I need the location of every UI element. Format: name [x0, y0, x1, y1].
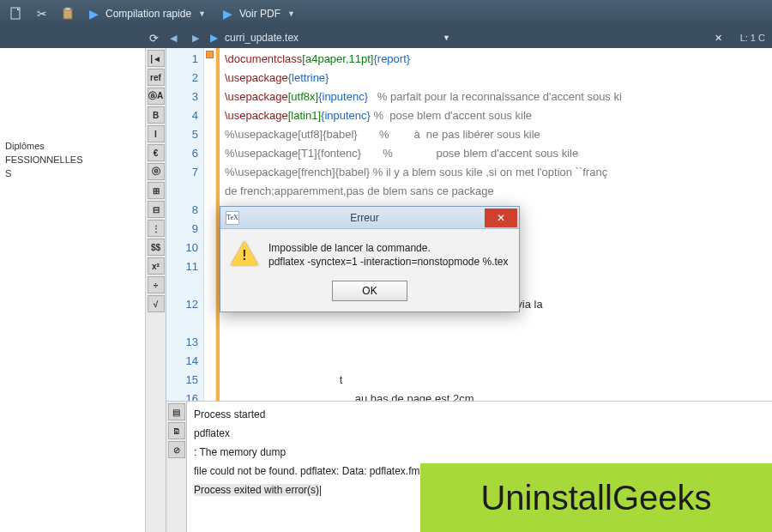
palette-button[interactable]: ⋮ [148, 220, 165, 237]
palette-button[interactable]: I [148, 125, 165, 142]
errors-icon[interactable]: ⊘ [168, 441, 185, 458]
run-icon: ▶ [89, 7, 99, 21]
active-tab-filename[interactable]: curri_update.tex [225, 32, 299, 44]
palette-button[interactable]: ⓐA [148, 88, 165, 105]
log-icon[interactable]: 🗎 [168, 422, 185, 439]
palette-button[interactable]: √ [148, 295, 165, 312]
paste-icon[interactable] [57, 3, 79, 24]
error-dialog: TeX Erreur ✕ ! Impossible de lancer la c… [220, 206, 520, 312]
palette-button[interactable]: € [148, 144, 165, 161]
tab-close-icon[interactable]: ✕ [711, 30, 727, 45]
messages-icon[interactable]: ▤ [168, 403, 185, 420]
cursor-position: L: 1 C [740, 33, 765, 43]
view-pdf-label: Voir PDF [239, 8, 280, 20]
dialog-body: ! Impossible de lancer la commande. pdfl… [220, 229, 519, 274]
palette-button[interactable]: ⓔ [148, 163, 165, 180]
chevron-down-icon: ▼ [198, 9, 206, 18]
nav-back-icon[interactable]: ◀ [166, 33, 181, 44]
dialog-message-line: pdflatex -synctex=1 -interaction=nonstop… [268, 255, 509, 269]
chevron-down-icon: ▼ [287, 9, 295, 18]
svg-rect-2 [65, 8, 70, 10]
palette-button[interactable]: x² [148, 257, 165, 275]
dialog-message-line: Impossible de lancer la commande. [268, 241, 509, 255]
palette-button[interactable]: ⊟ [148, 201, 165, 218]
bookmark-icon[interactable] [206, 51, 214, 58]
new-file-icon[interactable] [5, 3, 27, 24]
document-tabbar: ⟳ ◀ ▶ ▶ curri_update.tex ▼ ✕ L: 1 C [0, 27, 772, 48]
palette-button[interactable]: B [148, 106, 165, 124]
dialog-titlebar[interactable]: TeX Erreur ✕ [220, 207, 519, 229]
nav-forward-icon[interactable]: ▶ [188, 33, 203, 44]
tex-app-icon: TeX [226, 211, 239, 225]
dialog-title: Erreur [244, 212, 485, 224]
palette-button[interactable]: ÷ [148, 276, 165, 293]
cut-icon[interactable]: ✂ [31, 3, 53, 24]
compile-label: Compilation rapide [106, 8, 191, 20]
log-line: : The memory dump [194, 443, 765, 462]
structure-line[interactable]: FESSIONNELLES [5, 153, 140, 166]
tab-dropdown-icon[interactable]: ▼ [443, 33, 450, 42]
structure-line[interactable]: Diplômes [5, 139, 140, 153]
play-icon[interactable]: ▶ [210, 32, 218, 44]
structure-panel: Diplômes FESSIONNELLES S [0, 48, 146, 532]
log-line: pdflatex [194, 424, 765, 443]
warning-icon: ! [231, 241, 258, 269]
ok-button[interactable]: OK [332, 281, 407, 301]
run-icon: ▶ [223, 7, 232, 21]
fold-gutter [204, 48, 216, 401]
log-line-selected: Process exited with error(s) [194, 484, 319, 496]
output-toolbar: ▤ 🗎 ⊘ [166, 402, 187, 532]
structure-line[interactable]: S [5, 166, 140, 180]
watermark-banner: UninstallGeeks [420, 463, 772, 532]
refresh-icon[interactable]: ⟳ [149, 32, 159, 45]
dialog-close-icon[interactable]: ✕ [485, 209, 517, 227]
main-toolbar: ✂ ▶ Compilation rapide ▼ ▶ Voir PDF ▼ [0, 0, 772, 27]
log-line: Process started [194, 405, 765, 424]
palette-button[interactable]: ref [148, 69, 165, 86]
palette-button[interactable]: $$ [148, 239, 165, 256]
palette-button[interactable]: |◄ [148, 50, 165, 67]
line-number-gutter: 1234567.891011.12.1314151617.18.19 [166, 48, 204, 401]
palette-button[interactable]: ⊞ [148, 182, 165, 199]
view-pdf-dropdown[interactable]: ▶ Voir PDF ▼ [216, 3, 302, 24]
symbol-palette: |◄refⓐABI€ⓔ⊞⊟⋮$$x²÷√ [146, 48, 166, 532]
compile-dropdown[interactable]: ▶ Compilation rapide ▼ [82, 3, 213, 24]
